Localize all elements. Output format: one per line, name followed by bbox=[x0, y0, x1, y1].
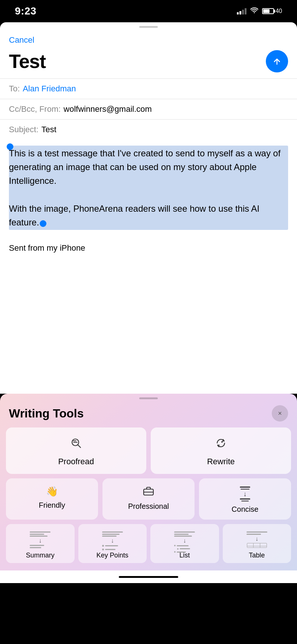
tools-row-primary: Proofread Rewrite bbox=[6, 427, 291, 474]
cancel-button[interactable]: Cancel bbox=[9, 34, 34, 46]
email-header: Cancel bbox=[0, 28, 297, 46]
summary-icon: ↓ bbox=[29, 530, 51, 549]
wt-handle-area bbox=[0, 394, 297, 399]
concise-label: Concise bbox=[232, 505, 258, 514]
friendly-button[interactable]: 👋 Friendly bbox=[6, 478, 98, 520]
svg-line-1 bbox=[78, 445, 81, 448]
tools-row-format: ↓ Summary bbox=[6, 524, 291, 563]
briefcase-icon bbox=[143, 486, 154, 498]
sheet-handle-area bbox=[0, 22, 297, 28]
wt-header: Writing Tools × bbox=[0, 399, 297, 427]
writing-tools-panel: Writing Tools × Proofread bbox=[0, 394, 297, 570]
table-button[interactable]: ↓ bbox=[223, 524, 291, 563]
status-icons: 40 bbox=[237, 7, 282, 15]
rewrite-button[interactable]: Rewrite bbox=[151, 427, 291, 474]
email-title: Test bbox=[9, 50, 46, 72]
email-body[interactable]: This is a test message that I've created… bbox=[0, 140, 297, 236]
svg-point-4 bbox=[221, 441, 223, 443]
cc-value: wolfwinners@gmail.com bbox=[63, 104, 152, 114]
status-bar: 9:23 40 bbox=[0, 0, 297, 22]
email-title-row: Test bbox=[0, 46, 297, 78]
subject-value: Test bbox=[42, 125, 56, 134]
signal-icon bbox=[237, 8, 247, 14]
send-button[interactable] bbox=[266, 50, 288, 72]
professional-label: Professional bbox=[128, 502, 169, 511]
list-label: List bbox=[179, 552, 190, 559]
battery-indicator: 40 bbox=[262, 8, 282, 14]
cc-field[interactable]: Cc/Bcc, From: wolfwinners@gmail.com bbox=[0, 99, 297, 119]
summary-button[interactable]: ↓ Summary bbox=[6, 524, 75, 563]
proofread-button[interactable]: Proofread bbox=[6, 427, 146, 474]
tools-row-tone: 👋 Friendly Professional bbox=[6, 478, 291, 520]
table-icon: ↓ bbox=[246, 530, 268, 549]
friendly-label: Friendly bbox=[39, 501, 65, 510]
status-time: 9:23 bbox=[15, 5, 36, 17]
to-value: Alan Friedman bbox=[23, 84, 76, 94]
summary-label: Summary bbox=[26, 552, 55, 559]
subject-field[interactable]: Subject: Test bbox=[0, 119, 297, 140]
selection-handle-top bbox=[7, 143, 13, 150]
key-points-button[interactable]: ↓ Key Points bbox=[78, 524, 147, 563]
key-points-label: Key Points bbox=[97, 552, 128, 559]
proofread-icon bbox=[69, 436, 83, 452]
tools-grid: Proofread Rewrite 👋 Frien bbox=[0, 427, 297, 563]
subject-label: Subject: bbox=[9, 125, 39, 134]
to-label: To: bbox=[9, 84, 20, 94]
wifi-icon bbox=[250, 7, 258, 15]
key-points-icon: ↓ bbox=[101, 530, 124, 549]
wt-close-button[interactable]: × bbox=[272, 405, 288, 422]
concise-button[interactable]: ↓ Concise bbox=[199, 478, 291, 520]
rewrite-icon bbox=[214, 436, 228, 452]
list-icon: ↓ bbox=[173, 530, 196, 549]
close-icon: × bbox=[278, 410, 282, 417]
proofread-label: Proofread bbox=[58, 457, 94, 466]
friendly-icon: 👋 bbox=[46, 486, 58, 497]
concise-icon: ↓ bbox=[240, 486, 250, 501]
email-compose-sheet: Cancel Test To: Alan Friedman Cc/Bcc, Fr… bbox=[0, 22, 297, 394]
list-button[interactable]: ↓ bbox=[150, 524, 219, 563]
selected-body-text[interactable]: This is a test message that I've created… bbox=[9, 146, 288, 230]
email-signature: Sent from my iPhone bbox=[0, 236, 297, 268]
cc-label: Cc/Bcc, From: bbox=[9, 104, 61, 114]
to-field[interactable]: To: Alan Friedman bbox=[0, 78, 297, 99]
professional-button[interactable]: Professional bbox=[102, 478, 195, 520]
home-indicator-bar bbox=[119, 576, 178, 578]
home-indicator-area bbox=[0, 570, 297, 583]
sheet-handle bbox=[139, 26, 158, 28]
send-icon bbox=[272, 56, 282, 66]
rewrite-label: Rewrite bbox=[207, 457, 235, 466]
selection-handle-bottom bbox=[40, 220, 46, 227]
wt-title: Writing Tools bbox=[9, 407, 84, 420]
table-label: Table bbox=[249, 552, 265, 559]
wt-handle bbox=[139, 397, 158, 399]
